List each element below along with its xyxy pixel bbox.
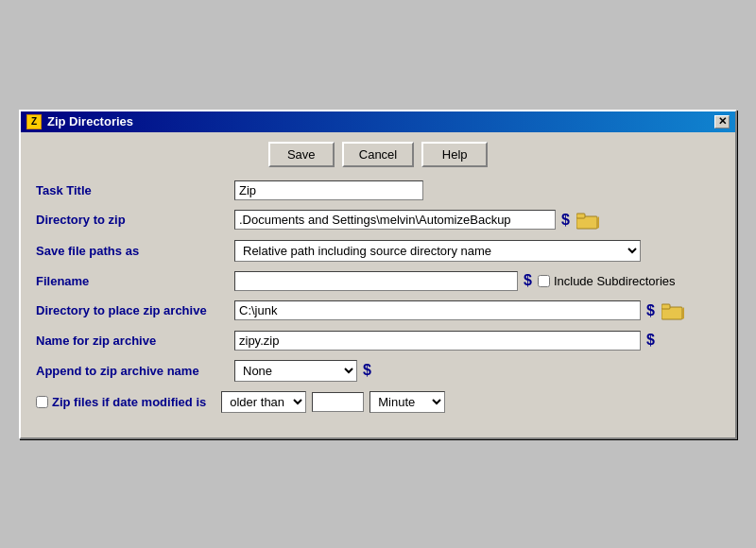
close-button[interactable]: ✕ (714, 115, 730, 128)
zip-files-label: Zip files if date modified is (36, 395, 206, 409)
task-title-input[interactable] (234, 180, 423, 200)
task-title-row: Task Title (36, 180, 720, 200)
directory-to-zip-dollar[interactable]: $ (561, 212, 570, 229)
name-zip-dollar[interactable]: $ (646, 332, 655, 349)
include-subdirs-label: Include Subdirectories (538, 274, 676, 288)
filename-dollar[interactable]: $ (524, 272, 532, 289)
save-paths-label: Save file paths as (36, 244, 234, 258)
directory-to-zip-browse[interactable] (576, 210, 600, 231)
toolbar: Save Cancel Help (36, 142, 720, 167)
task-title-controls (234, 180, 720, 200)
filename-controls: $ Include Subdirectories (234, 271, 720, 291)
name-zip-input[interactable] (234, 331, 641, 351)
directory-to-zip-controls: $ (234, 210, 720, 231)
zip-files-controls: Zip files if date modified is older than… (36, 391, 720, 413)
directory-zip-dollar[interactable]: $ (646, 302, 655, 319)
save-paths-controls: Relative path including source directory… (234, 240, 720, 262)
name-zip-controls: $ (234, 331, 720, 351)
task-title-label: Task Title (36, 183, 234, 197)
name-zip-label: Name for zip archive (36, 334, 234, 348)
unit-select[interactable]: Minute Hour Day Week Month Year (369, 391, 445, 413)
append-controls: None Date Time Date and Time $ (234, 360, 720, 382)
filename-row: Filename $ Include Subdirectories (36, 271, 720, 291)
directory-to-zip-input[interactable] (234, 210, 556, 230)
zip-files-checkbox[interactable] (36, 396, 48, 408)
include-subdirs-checkbox[interactable] (538, 275, 550, 287)
filename-input[interactable] (234, 271, 518, 291)
save-button[interactable]: Save (268, 142, 335, 167)
cancel-button[interactable]: Cancel (342, 142, 414, 167)
older-than-select[interactable]: older than newer than (221, 391, 306, 413)
directory-to-zip-row: Directory to zip $ (36, 210, 720, 231)
append-select[interactable]: None Date Time Date and Time (234, 360, 357, 382)
directory-zip-controls: $ (234, 300, 720, 321)
window-title: Zip Directories (47, 114, 133, 128)
zip-directories-window: Z Zip Directories ✕ Save Cancel Help Tas… (19, 110, 737, 439)
svg-rect-3 (662, 304, 670, 309)
save-paths-select[interactable]: Relative path including source directory… (234, 240, 641, 262)
title-bar-left: Z Zip Directories (26, 114, 133, 129)
directory-zip-input[interactable] (234, 300, 641, 320)
svg-rect-1 (576, 214, 585, 218)
save-paths-row: Save file paths as Relative path includi… (36, 240, 720, 262)
help-button[interactable]: Help (421, 142, 488, 167)
directory-zip-row: Directory to place zip archive $ (36, 300, 720, 321)
time-value-input[interactable] (312, 392, 364, 412)
zip-files-row: Zip files if date modified is older than… (36, 391, 720, 413)
append-row: Append to zip archive name None Date Tim… (36, 360, 720, 382)
directory-to-zip-label: Directory to zip (36, 213, 234, 227)
window-icon: Z (26, 114, 42, 129)
append-dollar[interactable]: $ (363, 362, 371, 379)
directory-zip-browse[interactable] (661, 300, 685, 321)
filename-label: Filename (36, 274, 234, 288)
append-label: Append to zip archive name (36, 364, 234, 378)
directory-zip-label: Directory to place zip archive (36, 303, 234, 317)
form-content: Save Cancel Help Task Title Directory to… (21, 132, 735, 437)
name-zip-row: Name for zip archive $ (36, 331, 720, 351)
title-bar: Z Zip Directories ✕ (21, 111, 735, 132)
